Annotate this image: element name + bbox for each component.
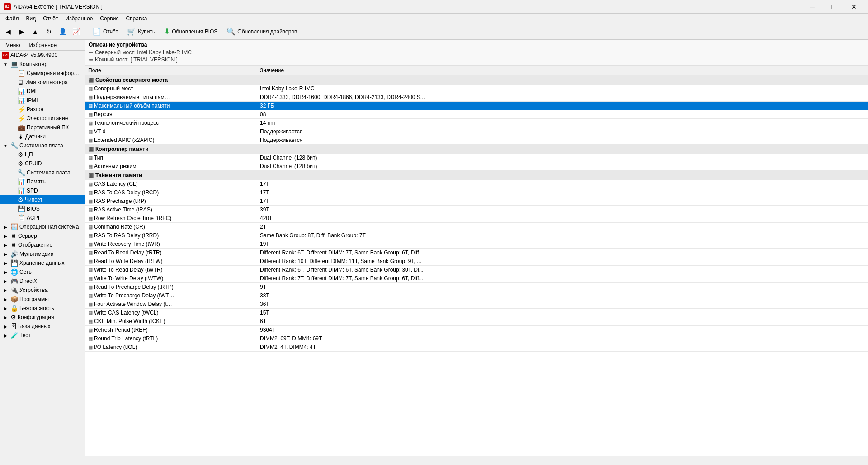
table-row[interactable]: ▦Round Trip Latency (tRTL)DIMM2: 69T, DI… xyxy=(85,334,868,343)
sidebar-item-cpu[interactable]: ⚙ЦП xyxy=(0,150,85,159)
menu-item-файл[interactable]: Файл xyxy=(2,14,23,23)
table-row[interactable]: ▦Write To Precharge Delay (tWT…38T xyxy=(85,291,868,300)
bios-btn[interactable]: ⬇ Обновления BIOS xyxy=(160,25,222,38)
sidebar-scroll[interactable] xyxy=(0,340,85,345)
table-row[interactable]: ▦Read To Read Delay (tRTR)Different Rank… xyxy=(85,249,868,257)
menu-item-избранное[interactable]: Избранное xyxy=(62,14,97,23)
table-row[interactable]: ▦Read To Write Delay (tRTW)Different Ran… xyxy=(85,257,868,266)
sidebar-item-sensors[interactable]: 🌡Датчики xyxy=(0,132,85,141)
table-row[interactable]: ▦ТипDual Channel (128 бит) xyxy=(85,154,868,162)
tree-expand-server[interactable]: ▶ xyxy=(2,232,9,240)
table-row[interactable]: ▦Write To Write Delay (tWTW)Different Ra… xyxy=(85,274,868,283)
tree-expand-test[interactable]: ▶ xyxy=(2,332,9,339)
menu-item-вид[interactable]: Вид xyxy=(23,14,40,23)
sidebar-item-acpi[interactable]: 📋ACPI xyxy=(0,213,85,222)
sidebar-item-storage[interactable]: ▶💾Хранение данных xyxy=(0,258,85,268)
menu-item-сервис[interactable]: Сервис xyxy=(96,14,122,23)
table-row[interactable]: ▦Refresh Period (tREF)9364T xyxy=(85,326,868,334)
table-row[interactable]: ▦I/O Latency (tIOL)DIMM2: 4T, DIMM4: 4T xyxy=(85,343,868,352)
table-row[interactable]: ▦Read To Precharge Delay (tRTP)9T xyxy=(85,283,868,291)
sidebar-item-chipset[interactable]: ⚙Чипсет xyxy=(0,195,85,204)
buy-btn[interactable]: 🛒 Купить xyxy=(123,25,159,38)
table-row[interactable]: ▦CAS Latency (CL)17T xyxy=(85,180,868,188)
back-btn[interactable]: ◀ xyxy=(2,25,14,38)
sidebar-item-laptop[interactable]: 💼Портативный ПК xyxy=(0,123,85,132)
tree-expand-os[interactable]: ▶ xyxy=(2,223,9,230)
table-row[interactable]: ▦Command Rate (CR)2T xyxy=(85,223,868,231)
close-button[interactable]: ✕ xyxy=(844,0,864,14)
table-row[interactable]: ▦Версия08 xyxy=(85,110,868,119)
sidebar-item-test[interactable]: ▶🧪Тест xyxy=(0,331,85,340)
forward-btn[interactable]: ▶ xyxy=(15,25,28,38)
tree-expand-programs[interactable]: ▶ xyxy=(2,296,9,303)
sidebar-item-summary[interactable]: 📋Суммарная информа... xyxy=(0,69,85,78)
menu-item-отчёт[interactable]: Отчёт xyxy=(39,14,61,23)
sidebar-item-os[interactable]: ▶🪟Операционная система xyxy=(0,222,85,231)
data-table: Поле Значение ▦Свойства северного моста▦… xyxy=(85,66,868,352)
section-icon: ▦ xyxy=(88,172,94,178)
table-row[interactable]: ▦Поддерживаемые типы пам…DDR4-1333, DDR4… xyxy=(85,93,868,102)
report-btn[interactable]: 📄 Отчёт xyxy=(88,25,122,38)
sidebar-item-config[interactable]: ▶⚙Конфигурация xyxy=(0,313,85,322)
sidebar-item-power[interactable]: ⚡Электропитание xyxy=(0,114,85,123)
table-row[interactable]: ▦CKE Min. Pulse Width (tCKE)6T xyxy=(85,317,868,326)
sidebar-item-overclock[interactable]: ⚡Разгон xyxy=(0,105,85,114)
table-row[interactable]: ▦Северный мостIntel Kaby Lake-R IMC xyxy=(85,85,868,93)
drivers-btn[interactable]: 🔍 Обновления драйверов xyxy=(222,25,301,38)
sidebar-item-mb-board[interactable]: 🔧Системная плата xyxy=(0,168,85,177)
sidebar-item-computer-name[interactable]: 🖥Имя компьютера xyxy=(0,78,85,87)
table-row[interactable]: ▦Активный режимDual Channel (128 бит) xyxy=(85,162,868,171)
maximize-button[interactable]: □ xyxy=(823,0,844,14)
tree-expand-network[interactable]: ▶ xyxy=(2,268,9,276)
tree-expand-devices[interactable]: ▶ xyxy=(2,287,9,294)
table-row[interactable]: ▦Максимальный объём памяти32 ГБ xyxy=(85,102,868,110)
table-row[interactable]: ▦Write CAS Latency (tWCL)15T xyxy=(85,309,868,317)
minimize-button[interactable]: ─ xyxy=(802,0,823,14)
sidebar-item-dmi[interactable]: 📊DMI xyxy=(0,87,85,96)
sidebar-item-display[interactable]: ▶🖥Отображение xyxy=(0,240,85,249)
tree-expand-multimedia[interactable]: ▶ xyxy=(2,250,9,258)
sidebar-item-database[interactable]: ▶🗄База данных xyxy=(0,322,85,331)
table-row[interactable]: ▦RAS Precharge (tRP)17T xyxy=(85,197,868,206)
table-row[interactable]: ▦Extended APIC (x2APIC)Поддерживается xyxy=(85,136,868,145)
menu-item-справка[interactable]: Справка xyxy=(122,14,151,23)
sidebar-item-programs[interactable]: ▶📦Программы xyxy=(0,295,85,304)
sidebar-item-motherboard[interactable]: ▼🔧Системная плата xyxy=(0,141,85,150)
sidebar-item-cpuid[interactable]: ⚙CPUID xyxy=(0,159,85,168)
sidebar-item-server[interactable]: ▶🖥Сервер xyxy=(0,231,85,240)
sidebar-item-network[interactable]: ▶🌐Сеть xyxy=(0,268,85,277)
tree-expand-computer[interactable]: ▼ xyxy=(2,61,9,68)
sidebar-item-computer[interactable]: ▼💻Компьютер xyxy=(0,60,85,69)
sidebar-item-bios[interactable]: 💾BIOS xyxy=(0,204,85,213)
table-row[interactable]: ▦RAS To RAS Delay (tRRD)Same Bank Group:… xyxy=(85,231,868,240)
table-container[interactable]: Поле Значение ▦Свойства северного моста▦… xyxy=(85,66,868,456)
table-row[interactable]: ▦VT-dПоддерживается xyxy=(85,127,868,136)
tree-expand-display[interactable]: ▶ xyxy=(2,241,9,249)
sidebar-item-security[interactable]: ▶🔒Безопасность xyxy=(0,304,85,313)
sidebar-item-devices[interactable]: ▶🔌Устройства xyxy=(0,286,85,295)
up-btn[interactable]: ▲ xyxy=(29,25,42,38)
sidebar-item-multimedia[interactable]: ▶🔊Мультимедиа xyxy=(0,249,85,258)
tree-expand-storage[interactable]: ▶ xyxy=(2,259,9,267)
sidebar-item-spd[interactable]: 📊SPD xyxy=(0,186,85,195)
table-row[interactable]: ▦Four Activate Window Delay (t…36T xyxy=(85,300,868,309)
tree-expand-database[interactable]: ▶ xyxy=(2,323,9,330)
tree-expand-motherboard[interactable]: ▼ xyxy=(2,142,9,149)
tree-expand-security[interactable]: ▶ xyxy=(2,305,9,312)
tree-expand-directx[interactable]: ▶ xyxy=(2,277,9,285)
table-row[interactable]: ▦Технологический процесс14 nm xyxy=(85,119,868,127)
table-row[interactable]: ▦RAS Active Time (tRAS)39T xyxy=(85,206,868,214)
refresh-btn[interactable]: ↻ xyxy=(42,25,55,38)
table-row[interactable]: ▦Write Recovery Time (tWR)19T xyxy=(85,240,868,249)
table-row[interactable]: ▦Row Refresh Cycle Time (tRFC)420T xyxy=(85,214,868,223)
menu-tab[interactable]: Меню xyxy=(2,41,24,49)
sidebar-item-ipmi[interactable]: 📊IPMI xyxy=(0,96,85,105)
favorites-tab[interactable]: Избранное xyxy=(25,41,60,49)
user-btn[interactable]: 👤 xyxy=(56,25,69,38)
tree-expand-config[interactable]: ▶ xyxy=(2,314,9,321)
sidebar-item-directx[interactable]: ▶🎮DirectX xyxy=(0,277,85,286)
table-row[interactable]: ▦Write To Read Delay (tWTR)Different Ran… xyxy=(85,266,868,274)
table-row[interactable]: ▦RAS To CAS Delay (tRCD)17T xyxy=(85,188,868,197)
sidebar-item-memory[interactable]: 📊Память xyxy=(0,177,85,186)
chart-btn[interactable]: 📈 xyxy=(70,25,82,38)
